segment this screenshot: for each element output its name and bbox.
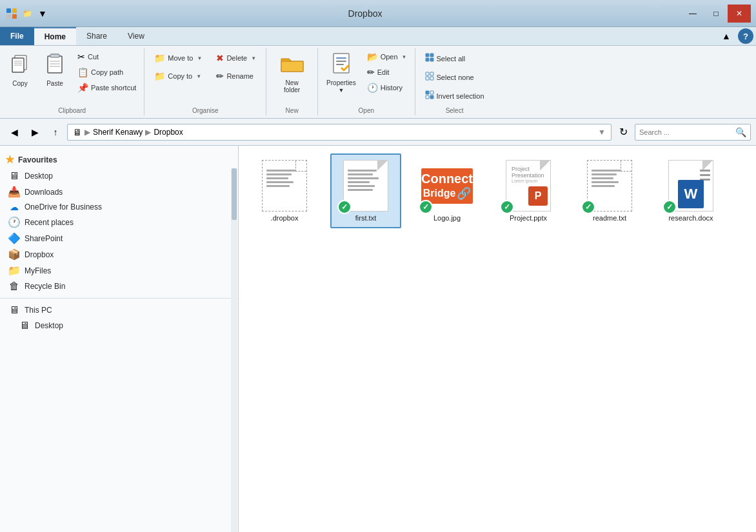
edit-button[interactable]: ✏ Edit: [363, 65, 411, 79]
open-button[interactable]: 📂 Open ▼: [363, 50, 411, 64]
rename-label: Rename: [226, 72, 254, 80]
sidebar-item-downloads[interactable]: 📥 Downloads: [0, 184, 238, 200]
open-small-btns: 📂 Open ▼ ✏ Edit 🕐 History: [363, 50, 411, 95]
svg-rect-1: [12, 8, 17, 13]
desktop2-label: Desktop: [35, 321, 63, 330]
sidebar-item-recent[interactable]: 🕐 Recent places: [0, 214, 238, 230]
ribbon-help[interactable]: ?: [738, 28, 753, 44]
svg-rect-30: [430, 95, 433, 99]
file-item-readme[interactable]: ✓ readme.txt: [574, 153, 645, 228]
svg-rect-15: [333, 54, 349, 73]
favourites-label: Favourites: [18, 155, 57, 164]
up-button[interactable]: ↑: [46, 123, 65, 141]
tab-view[interactable]: View: [117, 27, 155, 45]
copy-to-button[interactable]: 📁 Copy to ▼: [148, 68, 208, 84]
minimize-button[interactable]: —: [681, 5, 704, 23]
back-button[interactable]: ◀: [5, 123, 23, 141]
svg-rect-27: [426, 91, 429, 94]
move-to-arrow: ▼: [197, 55, 202, 61]
myfiles-label: MyFiles: [25, 266, 51, 275]
desktop-label: Desktop: [25, 172, 53, 181]
paste-shortcut-button[interactable]: 📌 Paste shortcut: [74, 81, 140, 95]
select-all-icon: [425, 53, 434, 64]
search-box[interactable]: 🔍: [635, 124, 751, 141]
sidebar-item-onedrive[interactable]: ☁ OneDrive for Business: [0, 200, 238, 214]
svg-rect-10: [48, 56, 62, 73]
paste-button[interactable]: Paste: [39, 50, 71, 90]
sidebar-divider: [0, 298, 238, 299]
tab-share[interactable]: Share: [76, 27, 117, 45]
open-label: Open: [381, 53, 398, 61]
path-user: Sherif Kenawy: [93, 128, 143, 137]
refresh-button[interactable]: ↻: [614, 123, 632, 141]
new-content: Newfolder: [275, 50, 309, 104]
file-item-logo[interactable]: Connect Bridge 🔗 ✓ Logo.jpg: [412, 153, 482, 228]
path-folder: Dropbox: [154, 128, 183, 137]
window-controls[interactable]: — □ ✕: [681, 5, 751, 23]
file-item-first-txt[interactable]: ✓ first.txt: [330, 153, 401, 228]
readme-check: ✓: [581, 200, 595, 214]
history-icon: 🕐: [367, 83, 378, 93]
move-to-icon: 📁: [154, 53, 165, 63]
organise-group: 📁 Move to ▼ 📁 Copy to ▼ ✖ Delete ▼: [144, 48, 266, 115]
svg-rect-3: [12, 14, 17, 19]
scrollbar-thumb[interactable]: [232, 168, 237, 220]
sidebar-item-dropbox[interactable]: 📦 Dropbox: [0, 246, 238, 262]
select-none-button[interactable]: Select none: [419, 68, 490, 86]
history-button[interactable]: 🕐 History: [363, 81, 411, 95]
edit-icon: ✏: [367, 67, 375, 77]
svg-rect-23: [426, 72, 429, 75]
invert-selection-button[interactable]: Invert selection: [419, 87, 490, 104]
select-all-button[interactable]: Select all: [419, 50, 490, 67]
maximize-button[interactable]: □: [704, 5, 728, 23]
delete-button[interactable]: ✖ Delete ▼: [210, 50, 262, 66]
tab-file[interactable]: File: [0, 27, 34, 45]
copy-label: Copy: [12, 80, 27, 87]
rename-button[interactable]: ✏ Rename: [210, 68, 262, 84]
dropbox-file-icon: [262, 160, 307, 212]
copy-button[interactable]: Copy: [4, 50, 36, 90]
file-item-pptx[interactable]: Project Presentation Lorem ipsum P ✓ Pro…: [493, 153, 564, 228]
cut-button[interactable]: ✂ Cut: [74, 50, 140, 64]
recent-icon: 🕐: [8, 216, 21, 228]
new-group: Newfolder New: [266, 48, 318, 115]
sidebar: ★ Favourites 🖥 Desktop 📥 Downloads ☁ One…: [0, 146, 239, 532]
close-button[interactable]: ✕: [728, 5, 751, 23]
file-icon-logo: Connect Bridge 🔗 ✓: [421, 160, 473, 212]
copy-path-button[interactable]: 📋 Copy path: [74, 65, 140, 79]
file-grid: .dropbox ✓: [249, 153, 746, 228]
select-group: Select all Select none: [415, 48, 494, 115]
file-item-docx[interactable]: W ✓ research.docx: [655, 153, 726, 228]
new-folder-button[interactable]: Newfolder: [275, 50, 309, 96]
sidebar-item-sharepoint[interactable]: 🔷 SharePoint: [0, 230, 238, 246]
onedrive-icon: ☁: [8, 202, 21, 212]
tab-home[interactable]: Home: [34, 27, 76, 45]
logo-check: ✓: [419, 200, 433, 214]
svg-rect-11: [50, 54, 59, 57]
sidebar-item-thispc[interactable]: 🖥 This PC: [0, 302, 238, 318]
address-path[interactable]: 🖥 ▶ Sherif Kenawy ▶ Dropbox ▼: [67, 124, 612, 141]
invert-selection-label: Invert selection: [437, 92, 484, 100]
file-item-dropbox[interactable]: .dropbox: [249, 153, 320, 228]
svg-rect-21: [426, 58, 429, 61]
file-icon-pptx: Project Presentation Lorem ipsum P ✓: [502, 160, 554, 212]
sidebar-content: ★ Favourites 🖥 Desktop 📥 Downloads ☁ One…: [0, 146, 238, 532]
invert-selection-icon: [425, 90, 434, 101]
forward-button[interactable]: ▶: [26, 123, 44, 141]
copy-to-arrow: ▼: [196, 74, 201, 79]
sidebar-item-desktop[interactable]: 🖥 Desktop: [0, 168, 238, 184]
title-bar-left: 📁 ▼: [5, 7, 49, 20]
search-input[interactable]: [639, 128, 733, 136]
copy-path-label: Copy path: [91, 68, 123, 76]
svg-rect-22: [430, 58, 433, 61]
sidebar-item-recycle[interactable]: 🗑 Recycle Bin: [0, 279, 238, 294]
properties-button[interactable]: Properties▼: [322, 50, 361, 96]
svg-rect-19: [426, 54, 429, 57]
sidebar-item-desktop2[interactable]: 🖥 Desktop: [0, 318, 238, 333]
file-name-dropbox: .dropbox: [271, 214, 299, 222]
clipboard-small-btns: ✂ Cut 📋 Copy path 📌 Paste shortcut: [74, 50, 140, 95]
move-to-button[interactable]: 📁 Move to ▼: [148, 50, 208, 66]
open-group-label: Open: [359, 107, 374, 114]
ribbon-collapse-up[interactable]: ▲: [717, 27, 735, 45]
sidebar-item-myfiles[interactable]: 📁 MyFiles: [0, 262, 238, 279]
